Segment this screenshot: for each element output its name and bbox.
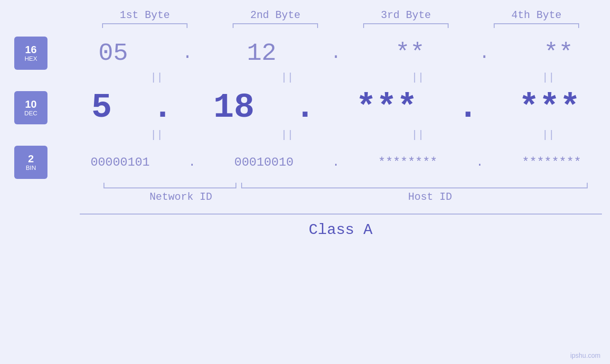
dec-badge: 10 DEC — [14, 91, 47, 124]
byte4-label: 4th Byte — [484, 9, 589, 21]
dec-b2: 18 — [213, 88, 254, 127]
bin-b2: 00010010 — [235, 155, 294, 169]
dec-dot-2: . — [295, 91, 315, 125]
eq2-b1: || — [109, 129, 204, 141]
top-brackets — [80, 23, 602, 28]
host-id-label: Host ID — [258, 191, 601, 203]
dec-dot-1: . — [152, 91, 173, 125]
equals-row-2: || || || || — [92, 129, 610, 141]
bin-values: 00000101 . 00010010 . ******** . *******… — [71, 155, 601, 169]
bracket-1 — [102, 23, 188, 28]
byte1-label: 1st Byte — [93, 9, 197, 21]
id-labels: Network ID Host ID — [80, 191, 602, 203]
bin-b4: ******** — [522, 155, 582, 169]
eq1-b3: || — [370, 72, 465, 84]
hex-dot-2: . — [331, 44, 341, 63]
hex-b4: ** — [544, 39, 573, 67]
class-label: Class A — [80, 221, 602, 239]
bin-badge: 2 BIN — [14, 146, 47, 179]
hex-dot-1: . — [182, 44, 193, 63]
dec-values: 5 . 18 . *** . *** — [71, 88, 601, 127]
byte-headers: 1st Byte 2nd Byte 3rd Byte 4th Byte — [80, 9, 602, 21]
hex-b1: 05 — [98, 39, 128, 67]
bracket-3 — [363, 23, 449, 28]
dec-dot-3: . — [458, 91, 478, 125]
bottom-brackets — [80, 183, 602, 188]
dec-b3: *** — [356, 88, 417, 127]
bin-b3: ******** — [378, 155, 438, 169]
network-bracket — [103, 183, 236, 188]
dec-b4: *** — [519, 88, 581, 127]
byte2-label: 2nd Byte — [223, 9, 328, 21]
bin-dot-2: . — [332, 155, 340, 169]
hex-badge-num: 16 — [25, 44, 37, 56]
dec-badge-num: 10 — [25, 99, 37, 110]
hex-badge-label: HEX — [25, 56, 38, 62]
hex-dot-3: . — [479, 44, 489, 63]
eq1-b2: || — [240, 72, 335, 84]
dec-b1: 5 — [92, 88, 112, 127]
bin-dot-3: . — [476, 155, 484, 169]
bin-badge-label: BIN — [26, 165, 36, 171]
dec-row: 10 DEC 5 . 18 . *** . *** — [0, 88, 610, 127]
eq2-b2: || — [240, 129, 335, 141]
bracket-4 — [494, 23, 579, 28]
watermark: ipshu.com — [570, 352, 601, 359]
class-section: Class A — [80, 214, 602, 239]
hex-b2: 12 — [247, 39, 276, 67]
bin-dot-1: . — [188, 155, 196, 169]
network-id-label: Network ID — [103, 191, 259, 203]
eq1-b4: || — [501, 72, 596, 84]
hex-badge: 16 HEX — [14, 37, 47, 70]
hex-values: 05 . 12 . ** . ** — [71, 39, 601, 67]
hex-row: 16 HEX 05 . 12 . ** . ** — [0, 37, 610, 70]
eq2-b4: || — [501, 129, 596, 141]
host-bracket — [241, 183, 588, 188]
bin-b1: 00000101 — [91, 155, 150, 169]
hex-b3: ** — [395, 39, 425, 67]
eq2-b3: || — [370, 129, 465, 141]
byte3-label: 3rd Byte — [354, 9, 458, 21]
bottom-line — [80, 214, 602, 215]
eq1-b1: || — [109, 72, 204, 84]
bin-badge-num: 2 — [28, 153, 34, 165]
dec-badge-label: DEC — [24, 110, 37, 117]
main-container: 1st Byte 2nd Byte 3rd Byte 4th Byte 16 H… — [0, 0, 610, 364]
bracket-2 — [233, 23, 318, 28]
bin-row: 2 BIN 00000101 . 00010010 . ******** . *… — [0, 146, 610, 179]
equals-row-1: || || || || — [92, 72, 610, 84]
